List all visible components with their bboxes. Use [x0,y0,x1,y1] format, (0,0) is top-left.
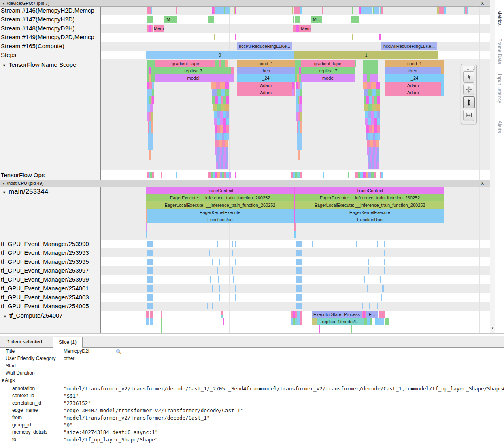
event-tick-slice[interactable] [366,294,366,301]
slice-cluster[interactable] [147,60,155,67]
slice-cluster[interactable] [368,162,379,169]
slice-cluster[interactable] [441,89,444,96]
slice-cluster[interactable] [441,67,444,74]
event-tick-slice[interactable] [164,241,164,247]
event-tick-slice[interactable] [384,259,385,265]
slice-cluster[interactable] [215,140,228,147]
name-scope-slice[interactable]: replica_7 [155,67,231,74]
trace-slice[interactable] [215,7,224,14]
slice-cluster[interactable] [362,311,366,318]
name-scope-slice[interactable]: model [155,74,231,82]
event-block-slice[interactable] [147,267,153,274]
slice-cluster[interactable] [147,172,154,178]
slice-cluster[interactable] [231,67,234,74]
trace-slice[interactable] [322,7,323,14]
slice-cluster[interactable] [292,67,295,74]
trace-slice[interactable] [235,7,236,14]
event-tick-slice[interactable] [164,250,164,256]
compute-slice[interactable] [379,311,385,318]
slice-cluster[interactable] [323,172,324,178]
cpu-trace-slice[interactable]: TraceContext [295,187,444,194]
slice-cluster[interactable] [292,89,294,96]
pan-tool-button[interactable] [463,84,474,95]
selection-tool-button[interactable] [463,71,474,83]
side-tab-input-latency[interactable]: Input Latency [497,74,502,103]
slice-cluster[interactable] [161,172,162,178]
event-tick-slice[interactable] [362,241,362,247]
event-tick-slice[interactable] [235,285,236,292]
name-scope-slice[interactable]: _24 [237,74,295,82]
name-scope-slice[interactable]: Adam [385,89,441,96]
args-collapse-caret-icon[interactable]: ▼ [1,378,5,383]
slice-cluster[interactable] [150,318,153,325]
slice-cluster[interactable] [146,209,147,223]
slice-cluster[interactable] [363,60,378,67]
event-tick-slice[interactable] [377,241,378,247]
slice-cluster[interactable] [363,67,378,74]
event-tick-slice[interactable] [232,241,233,247]
slice-cluster[interactable] [147,67,155,74]
trace-slice[interactable] [147,16,153,23]
trace-slice[interactable] [352,34,353,40]
slice-cluster[interactable] [221,311,223,315]
event-block-slice[interactable] [296,259,302,265]
trace-slice-labeled[interactable]: Mem [154,25,164,32]
event-tick-slice[interactable] [355,303,355,309]
collapse-caret-icon[interactable]: ▼ [2,182,5,186]
name-scope-slice[interactable]: _24 [385,74,444,82]
event-tick-slice[interactable] [359,259,359,265]
row-collapse-caret-icon[interactable]: ▼ [2,64,6,68]
event-tick-slice[interactable] [219,303,219,309]
event-tick-slice[interactable] [164,303,164,309]
slice-cluster[interactable] [148,133,153,150]
trace-slice[interactable] [229,7,230,14]
name-scope-slice[interactable]: gradient_tape [301,60,355,67]
event-tick-slice[interactable] [164,267,164,274]
cpu-trace-slice[interactable]: EagerLocalExecute: __inference_train_fun… [146,201,294,209]
slice-cluster[interactable] [149,150,151,160]
slice-cluster[interactable] [146,223,147,231]
slice-cluster[interactable] [348,172,349,178]
name-scope-slice[interactable]: cond_1 [385,60,444,67]
event-block-slice[interactable] [147,259,153,265]
slice-cluster[interactable] [148,121,153,133]
event-tick-slice[interactable] [368,267,369,274]
slice-cluster[interactable] [212,89,229,96]
trace-slice-labeled[interactable]: 1 [294,51,438,59]
trace-slice[interactable] [294,7,300,14]
cpu-trace-slice[interactable]: EagerExecute: __inference_train_function… [295,194,444,201]
name-scope-slice[interactable]: gradient_tape [155,60,215,67]
event-block-slice[interactable] [296,241,302,247]
gpu-pane-close-button[interactable]: X [480,0,485,6]
event-tick-slice[interactable] [219,294,220,301]
slice-cluster[interactable] [380,172,383,178]
event-block-slice[interactable] [147,241,153,247]
event-block-slice[interactable] [147,250,153,256]
slice-cluster[interactable] [441,82,444,89]
slice-cluster[interactable] [296,112,302,121]
event-tick-slice[interactable] [235,241,236,247]
slice-cluster[interactable] [296,89,302,96]
event-tick-slice[interactable] [219,285,220,292]
trace-slice[interactable] [296,25,299,32]
slice-cluster[interactable] [363,82,380,89]
slice-cluster[interactable] [215,125,229,133]
slice-cluster[interactable] [364,96,380,104]
event-tick-slice[interactable] [233,276,234,283]
name-scope-slice[interactable]: Adam [385,82,441,89]
slice-cluster[interactable] [364,318,378,325]
event-tick-slice[interactable] [232,267,233,274]
name-scope-slice[interactable]: model [301,74,355,82]
side-tab-frame-data[interactable]: Frame Data [497,38,502,64]
compute-slice[interactable] [312,318,317,325]
event-tick-slice[interactable] [382,285,383,292]
slice-cluster[interactable] [367,147,379,155]
trace-slice[interactable] [147,7,151,14]
event-block-slice[interactable] [147,276,153,283]
slice-cluster[interactable] [364,89,380,96]
slice-cluster[interactable] [366,125,380,133]
slice-cluster[interactable] [294,223,296,231]
event-tick-slice[interactable] [212,303,213,309]
slice-cluster[interactable] [176,172,177,178]
trace-slice[interactable] [300,7,302,14]
